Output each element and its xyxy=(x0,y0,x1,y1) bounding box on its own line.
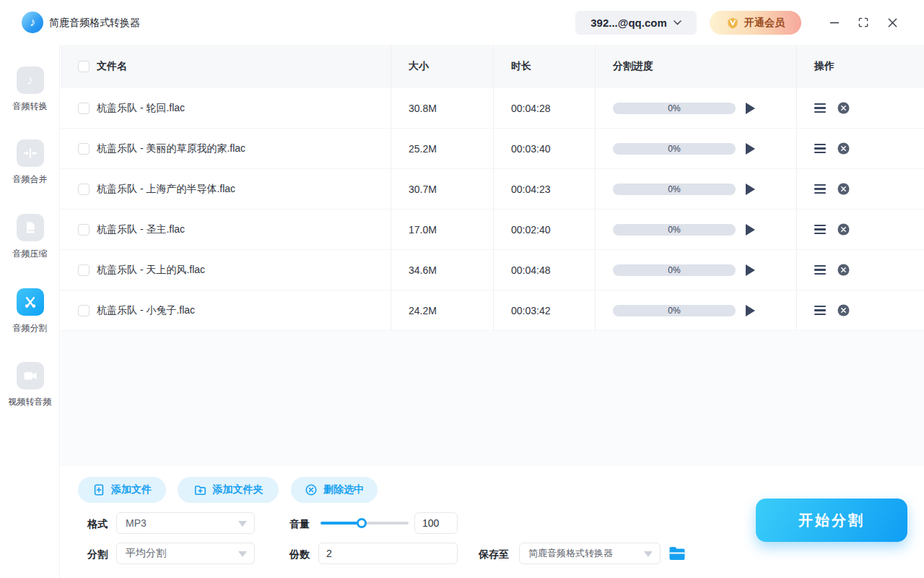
file-name: 杭盖乐队 - 小兔子.flac xyxy=(97,304,195,317)
delete-selected-button[interactable]: 删除选中 xyxy=(291,477,378,503)
header-actions: 操作 xyxy=(814,60,834,73)
header-duration: 时长 xyxy=(511,60,531,73)
file-size: 17.0M xyxy=(409,224,437,236)
file-size: 25.2M xyxy=(409,143,437,155)
play-icon[interactable] xyxy=(746,103,755,114)
select-all-checkbox[interactable] xyxy=(78,61,90,72)
delete-selected-label: 删除选中 xyxy=(323,483,364,496)
sidebar-item-audio-split[interactable]: 音频分割 xyxy=(0,288,60,335)
format-dropdown[interactable]: MP3 xyxy=(116,512,255,534)
sidebar-item-video-to-audio[interactable]: 视频转音频 xyxy=(0,362,60,408)
dropdown-arrow-icon xyxy=(238,521,247,527)
split-menu-icon[interactable] xyxy=(814,103,826,113)
table-row: 杭盖乐队 - 天上的风.flac 34.6M 00:04:48 0% xyxy=(61,250,924,290)
format-label: 格式 xyxy=(87,518,108,530)
main-area: 文件名 大小 时长 分割进度 操作 杭盖乐队 - 轮回.flac 30.8M 0… xyxy=(61,45,924,578)
sidebar-item-audio-compress[interactable]: 音频压缩 xyxy=(0,214,60,260)
split-menu-icon[interactable] xyxy=(814,306,826,315)
split-menu-icon[interactable] xyxy=(814,265,826,275)
split-mode-value: 平均分割 xyxy=(126,547,166,560)
file-duration: 00:03:40 xyxy=(511,143,551,155)
row-checkbox[interactable] xyxy=(78,103,90,114)
dropdown-arrow-icon xyxy=(238,551,247,557)
sidebar-item-audio-convert[interactable]: ♪ 音频转换 xyxy=(0,66,60,113)
volume-input[interactable] xyxy=(414,512,458,534)
account-menu[interactable]: 392...@qq.com xyxy=(575,11,697,35)
sidebar-label: 音频分割 xyxy=(13,322,48,335)
add-folder-button[interactable]: 添加文件夹 xyxy=(178,477,279,503)
folder-plus-icon xyxy=(193,483,207,496)
table-header: 文件名 大小 时长 分割进度 操作 xyxy=(61,45,924,88)
row-checkbox[interactable] xyxy=(78,143,90,155)
open-vip-label: 开通会员 xyxy=(744,17,785,30)
close-button[interactable] xyxy=(885,15,899,30)
file-plus-icon xyxy=(92,483,105,496)
progress-text: 0% xyxy=(668,144,680,154)
progress-bar: 0% xyxy=(613,184,736,195)
row-checkbox[interactable] xyxy=(78,305,90,316)
account-email: 392...@qq.com xyxy=(590,17,667,29)
sidebar-item-audio-merge[interactable]: 音频合并 xyxy=(0,139,60,186)
sidebar-label: 视频转音频 xyxy=(9,396,52,408)
parts-label: 份数 xyxy=(289,548,310,560)
music-note-icon: ♪ xyxy=(17,66,44,94)
file-duration: 00:04:48 xyxy=(511,264,551,276)
open-folder-button[interactable] xyxy=(668,545,686,561)
volume-slider[interactable] xyxy=(321,522,409,525)
remove-file-icon[interactable] xyxy=(837,264,850,276)
file-name: 杭盖乐队 - 美丽的草原我的家.flac xyxy=(97,142,245,155)
remove-file-icon[interactable] xyxy=(837,142,850,155)
remove-file-icon[interactable] xyxy=(837,223,850,236)
split-menu-icon[interactable] xyxy=(814,144,826,153)
save-to-dropdown[interactable]: 简鹿音频格式转换器 xyxy=(519,543,661,564)
split-menu-icon[interactable] xyxy=(814,184,826,194)
table-row: 杭盖乐队 - 圣主.flac 17.0M 00:02:40 0% xyxy=(61,210,924,250)
file-size: 34.6M xyxy=(409,264,437,276)
add-file-button[interactable]: 添加文件 xyxy=(78,477,166,503)
row-checkbox[interactable] xyxy=(78,264,90,276)
format-value: MP3 xyxy=(126,517,147,529)
slider-handle[interactable] xyxy=(357,518,367,528)
table-row: 杭盖乐队 - 美丽的草原我的家.flac 25.2M 00:03:40 0% xyxy=(61,129,924,169)
table-row: 杭盖乐队 - 轮回.flac 30.8M 00:04:28 0% xyxy=(61,88,924,129)
remove-file-icon[interactable] xyxy=(837,183,850,195)
row-checkbox[interactable] xyxy=(78,224,90,236)
play-icon[interactable] xyxy=(746,184,755,195)
progress-bar: 0% xyxy=(613,264,736,276)
header-filename: 文件名 xyxy=(97,60,127,73)
play-icon[interactable] xyxy=(746,264,755,276)
progress-bar: 0% xyxy=(613,305,736,316)
split-menu-icon[interactable] xyxy=(814,225,826,234)
play-icon[interactable] xyxy=(746,224,755,236)
scissors-icon xyxy=(17,288,44,316)
split-mode-dropdown[interactable]: 平均分割 xyxy=(116,543,255,564)
open-vip-button[interactable]: 开通会员 xyxy=(710,11,801,35)
parts-input[interactable] xyxy=(318,543,458,564)
dropdown-arrow-icon xyxy=(644,551,653,557)
app-title: 简鹿音频格式转换器 xyxy=(49,17,140,30)
progress-bar: 0% xyxy=(613,224,736,236)
split-mode-label: 分割 xyxy=(87,548,108,560)
remove-file-icon[interactable] xyxy=(837,102,850,114)
vip-badge-icon xyxy=(726,17,739,30)
play-icon[interactable] xyxy=(746,305,755,316)
add-folder-label: 添加文件夹 xyxy=(213,483,263,496)
header-progress: 分割进度 xyxy=(613,60,653,73)
app-logo-icon: ♪ xyxy=(22,12,43,33)
bottom-panel: 添加文件 添加文件夹 删除选中 格式 MP3 xyxy=(61,466,924,578)
add-file-label: 添加文件 xyxy=(111,483,152,496)
app-window: ♪ 简鹿音频格式转换器 392...@qq.com 开通会员 xyxy=(0,0,924,578)
circle-x-icon xyxy=(305,483,318,496)
minimize-button[interactable] xyxy=(827,15,842,30)
start-split-button[interactable]: 开始分割 xyxy=(756,499,907,542)
play-icon[interactable] xyxy=(746,143,755,155)
maximize-button[interactable] xyxy=(856,15,871,30)
sidebar-label: 音频转换 xyxy=(13,100,48,113)
save-to-value: 简鹿音频格式转换器 xyxy=(528,547,613,560)
merge-arrows-icon xyxy=(17,139,44,167)
remove-file-icon[interactable] xyxy=(837,304,850,316)
progress-text: 0% xyxy=(668,184,680,194)
row-checkbox[interactable] xyxy=(78,184,90,195)
sidebar: ♪ 音频转换 音频合并 xyxy=(0,45,60,578)
table-row: 杭盖乐队 - 小兔子.flac 24.2M 00:03:42 0% xyxy=(61,290,924,331)
